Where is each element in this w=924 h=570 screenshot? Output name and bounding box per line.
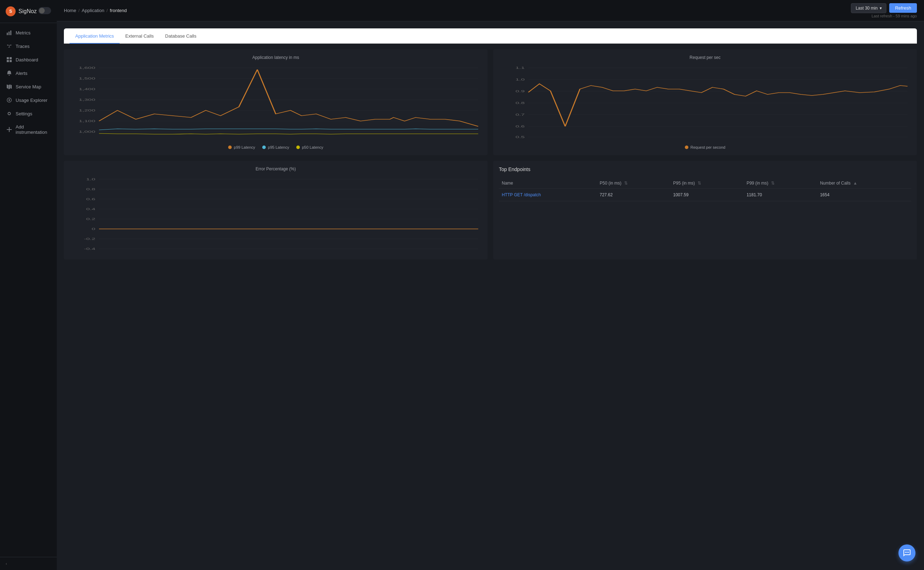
svg-text:1,000: 1,000 (79, 130, 95, 133)
sidebar-nav: Metrics Traces Dashboard Alerts Service … (0, 23, 57, 557)
svg-text:1.1: 1.1 (516, 66, 525, 70)
app-name: SigNoz (18, 8, 37, 15)
col-p50-label: P50 (in ms) (600, 181, 621, 185)
col-p95-label: P95 (in ms) (673, 181, 695, 185)
last-refresh-label: Last refresh - 59 mins ago (872, 14, 917, 18)
tab-application-metrics[interactable]: Application Metrics (70, 28, 119, 44)
requests-chart-title: Request per sec (499, 55, 911, 60)
latency-chart-area: 1,600 1,500 1,400 1,300 1,200 1,100 1,00… (70, 64, 482, 142)
endpoints-table: Name P50 (in ms) ⇅ P95 (in ms) ⇅ (499, 178, 911, 201)
sidebar-label-metrics: Metrics (15, 30, 31, 35)
legend-rps-label: Request per second (690, 145, 725, 149)
svg-text:1,400: 1,400 (79, 87, 95, 91)
legend-p99: p99 Latency (228, 145, 255, 149)
sidebar-item-alerts[interactable]: Alerts (0, 66, 57, 80)
legend-rps: Request per second (685, 145, 725, 149)
col-calls[interactable]: Number of Calls ▲ (817, 178, 911, 189)
sidebar-item-add-instrumentation[interactable]: Add instrumentation (0, 120, 57, 139)
error-chart-area: 1.0 0.8 0.6 0.4 0.2 0 -0.2 -0.4 (70, 176, 482, 254)
col-name: Name (499, 178, 597, 189)
sidebar-item-service-map[interactable]: Service Map (0, 80, 57, 93)
legend-p50-dot (296, 146, 300, 149)
endpoint-calls: 1654 (817, 189, 911, 201)
svg-rect-2 (10, 31, 11, 35)
col-name-label: Name (502, 181, 513, 185)
refresh-button[interactable]: Refresh (889, 3, 917, 13)
sidebar-item-traces[interactable]: Traces (0, 40, 57, 53)
svg-text:0.4: 0.4 (86, 207, 95, 211)
breadcrumb-current: frontend (110, 8, 127, 13)
breadcrumb-application[interactable]: Application (82, 8, 104, 13)
sidebar-collapse-button[interactable]: ‹ (0, 557, 57, 570)
legend-p95-dot (262, 146, 266, 149)
breadcrumb: Home / Application / frontend (64, 8, 127, 13)
endpoint-name: HTTP GET /dispatch (499, 189, 597, 201)
legend-p95: p95 Latency (262, 145, 289, 149)
breadcrumb-home[interactable]: Home (64, 8, 76, 13)
bell-icon (6, 70, 12, 76)
sort-calls-icon: ▲ (853, 181, 857, 185)
endpoints-table-body: HTTP GET /dispatch 727.62 1007.59 1181.7… (499, 189, 911, 201)
svg-text:1.0: 1.0 (86, 178, 95, 181)
col-p99-label: P99 (in ms) (747, 181, 768, 185)
svg-point-55 (907, 552, 908, 553)
tab-external-calls-label: External Calls (125, 33, 154, 39)
page-content: Application Metrics External Calls Datab… (57, 21, 924, 570)
svg-text:1,300: 1,300 (79, 98, 95, 101)
sort-p95-icon: ⇅ (698, 181, 701, 185)
svg-text:0.9: 0.9 (516, 89, 525, 93)
cog-icon (6, 111, 12, 116)
legend-p99-label: p99 Latency (234, 145, 255, 149)
sidebar-item-metrics[interactable]: Metrics (0, 26, 57, 40)
sidebar-label-alerts: Alerts (15, 70, 28, 76)
sort-p99-icon: ⇅ (771, 181, 775, 185)
sidebar-label-dashboard: Dashboard (15, 57, 38, 63)
top-endpoints-card: Top Endpoints Name P50 (in ms) ⇅ (493, 161, 917, 259)
endpoint-p50: 727.62 (597, 189, 670, 201)
page-header: Home / Application / frontend Last 30 mi… (57, 0, 924, 21)
sidebar-item-settings[interactable]: Settings (0, 107, 57, 120)
legend-p50: p50 Latency (296, 145, 323, 149)
sidebar-toggle[interactable] (38, 7, 51, 14)
sidebar-item-usage-explorer[interactable]: Usage Explorer (0, 93, 57, 107)
chat-icon (903, 549, 911, 557)
svg-text:1,500: 1,500 (79, 77, 95, 80)
col-calls-label: Number of Calls (820, 181, 851, 185)
app-logo-icon: S (6, 6, 15, 16)
endpoints-table-header-row: Name P50 (in ms) ⇅ P95 (in ms) ⇅ (499, 178, 911, 189)
error-chart-card: Error Percentage (%) 1.0 0.8 (64, 161, 488, 259)
chat-button[interactable] (898, 544, 915, 561)
col-p99[interactable]: P99 (in ms) ⇅ (744, 178, 817, 189)
svg-text:-0.2: -0.2 (84, 237, 95, 241)
sidebar-label-settings: Settings (15, 111, 32, 116)
svg-text:0.2: 0.2 (86, 217, 95, 221)
latency-chart-title: Application latency in ms (70, 55, 482, 60)
tab-database-calls[interactable]: Database Calls (159, 28, 202, 44)
col-p50[interactable]: P50 (in ms) ⇅ (597, 178, 670, 189)
svg-point-54 (905, 552, 906, 553)
time-selector[interactable]: Last 30 min ▾ (851, 3, 886, 13)
svg-text:1.0: 1.0 (516, 78, 525, 81)
svg-rect-6 (9, 60, 12, 62)
tab-application-metrics-label: Application Metrics (75, 33, 114, 39)
header-right: Last 30 min ▾ Refresh Last refresh - 59 … (851, 3, 917, 18)
grid-icon (6, 57, 12, 63)
time-selector-label: Last 30 min (855, 6, 878, 11)
svg-rect-0 (7, 33, 8, 35)
error-chart-title: Error Percentage (%) (70, 167, 482, 172)
endpoint-name-link[interactable]: HTTP GET /dispatch (502, 192, 541, 197)
tab-external-calls[interactable]: External Calls (119, 28, 159, 44)
legend-rps-dot (685, 146, 688, 149)
sidebar-label-usage-explorer: Usage Explorer (15, 98, 47, 103)
svg-text:1,200: 1,200 (79, 109, 95, 112)
col-p95[interactable]: P95 (in ms) ⇅ (670, 178, 744, 189)
sidebar-logo: S SigNoz (0, 0, 57, 23)
sidebar-label-traces: Traces (15, 44, 29, 49)
svg-rect-4 (9, 57, 12, 59)
legend-p95-label: p95 Latency (268, 145, 289, 149)
svg-text:0.5: 0.5 (516, 135, 525, 139)
bottom-row: Error Percentage (%) 1.0 0.8 (64, 161, 917, 259)
table-row: HTTP GET /dispatch 727.62 1007.59 1181.7… (499, 189, 911, 201)
collapse-icon: ‹ (6, 561, 7, 566)
sidebar-item-dashboard[interactable]: Dashboard (0, 53, 57, 66)
